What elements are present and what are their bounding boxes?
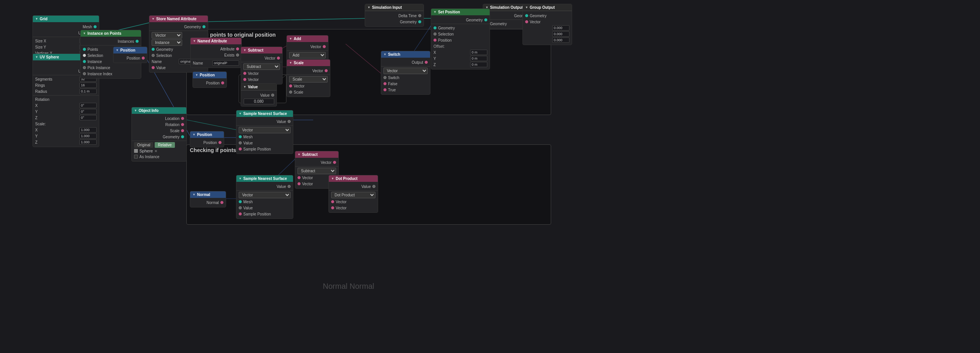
sub1-vec1-socket[interactable] xyxy=(243,72,246,75)
sim-input-arrow[interactable]: ▼ xyxy=(367,6,370,9)
group-out-header[interactable]: ▼ Group Output xyxy=(523,4,572,11)
scale-vec-in-socket[interactable] xyxy=(289,84,292,87)
sub2-arrow[interactable]: ▼ xyxy=(298,153,301,156)
value-arrow[interactable]: ▼ xyxy=(243,85,246,89)
pos2-out-socket[interactable] xyxy=(221,81,224,84)
sns2-arrow[interactable]: ▼ xyxy=(239,177,242,180)
group-out-geom-socket[interactable] xyxy=(525,14,528,17)
sub2-header[interactable]: ▼ Subtract xyxy=(295,151,338,158)
dot-value-out-socket[interactable] xyxy=(372,185,375,188)
switch-header[interactable]: ▼ Switch xyxy=(381,51,430,58)
value-header[interactable]: ▼ Value xyxy=(241,84,277,91)
switch-switch-socket[interactable] xyxy=(383,76,387,79)
na-attr-socket[interactable] xyxy=(236,47,239,50)
iop-arrow[interactable]: ▼ xyxy=(83,32,86,35)
group-out-arrow[interactable]: ▼ xyxy=(525,6,528,9)
group-out-v2-input[interactable] xyxy=(552,31,569,37)
dot-arrow[interactable]: ▼ xyxy=(331,177,334,180)
scale-header[interactable]: ▼ Scale xyxy=(287,60,330,66)
set-pos-ox-input[interactable] xyxy=(470,50,487,55)
add-header[interactable]: ▼ Add xyxy=(287,36,328,42)
pos1-header[interactable]: ▼ Position xyxy=(113,47,147,53)
sns2-value-in-socket[interactable] xyxy=(239,206,242,209)
add-dropdown[interactable]: Add xyxy=(289,52,326,58)
scale-vec-out-socket[interactable] xyxy=(325,69,328,72)
sns1-arrow[interactable]: ▼ xyxy=(239,112,242,115)
sna-domain-dropdown[interactable]: Instance xyxy=(152,39,182,46)
uvsphere-sx-input[interactable] xyxy=(79,127,97,133)
set-pos-geom-in-socket[interactable] xyxy=(433,26,437,29)
uvsphere-rz-input[interactable] xyxy=(79,115,97,120)
value-out-socket[interactable] xyxy=(271,94,274,97)
sub2-vec2-socket[interactable] xyxy=(298,182,301,185)
set-pos-geom-out-socket[interactable] xyxy=(484,18,487,21)
iop-instances-socket[interactable] xyxy=(136,40,139,43)
uvsphere-rx-input[interactable] xyxy=(79,103,97,108)
sns1-mesh-socket[interactable] xyxy=(239,135,242,138)
obj-info-relative-btn[interactable]: Relative xyxy=(155,142,175,148)
group-out-vec-socket[interactable] xyxy=(525,20,528,23)
add-arrow[interactable]: ▼ xyxy=(289,37,292,40)
add-vec-out-socket[interactable] xyxy=(323,45,326,48)
set-pos-position-socket[interactable] xyxy=(433,39,437,42)
sns2-samplepos-socket[interactable] xyxy=(239,212,242,215)
pos2-header[interactable]: ▼ Position xyxy=(193,72,226,78)
scale-scale-socket[interactable] xyxy=(289,91,292,94)
pos2-arrow[interactable]: ▼ xyxy=(195,73,198,77)
obj-info-geom-socket[interactable] xyxy=(181,135,184,138)
pos3-arrow[interactable]: ▼ xyxy=(192,133,196,136)
switch-out-socket[interactable] xyxy=(425,61,428,64)
set-pos-selection-socket[interactable] xyxy=(433,32,437,36)
sna-value-socket[interactable] xyxy=(152,66,155,69)
sna-geom-out-socket[interactable] xyxy=(202,25,205,28)
obj-info-as-instance-checkbox[interactable] xyxy=(134,155,138,159)
iop-selection-socket[interactable] xyxy=(83,54,86,57)
sns1-header[interactable]: ▼ Sample Nearest Surface xyxy=(236,110,293,117)
na-name-input[interactable] xyxy=(212,60,239,66)
sub2-vec1-socket[interactable] xyxy=(298,176,301,179)
uvsphere-sz-input[interactable] xyxy=(79,139,97,145)
pos1-arrow[interactable]: ▼ xyxy=(116,49,119,52)
grid-collapse-arrow[interactable]: ▼ xyxy=(35,17,38,21)
uvsphere-rings-input[interactable] xyxy=(79,83,97,88)
sub1-vec-out-socket[interactable] xyxy=(277,57,280,60)
uvsphere-ry-input[interactable] xyxy=(79,109,97,114)
scale-dropdown[interactable]: Scale xyxy=(289,76,328,83)
grid-node-header[interactable]: ▼ Grid xyxy=(33,16,99,22)
obj-info-scale-socket[interactable] xyxy=(181,129,184,132)
instance-on-points-header[interactable]: ▼ Instance on Points xyxy=(81,30,141,37)
pos1-out-socket[interactable] xyxy=(142,57,145,60)
sns2-value-out-socket[interactable] xyxy=(288,185,291,188)
iop-index-socket[interactable] xyxy=(83,72,86,75)
sub1-vec2-socket[interactable] xyxy=(243,78,246,81)
sub1-arrow[interactable]: ▼ xyxy=(243,49,246,52)
uv-sphere-arrow[interactable]: ▼ xyxy=(35,55,38,59)
sna-type-dropdown[interactable]: Vector xyxy=(152,32,182,39)
sub2-dropdown[interactable]: Subtract xyxy=(298,168,336,174)
group-out-v1-input[interactable] xyxy=(552,25,569,31)
set-pos-arrow[interactable]: ▼ xyxy=(433,10,437,14)
sim-input-geom-socket[interactable] xyxy=(418,20,421,23)
switch-type-dropdown[interactable]: Vector xyxy=(383,68,428,74)
normal-out-socket[interactable] xyxy=(220,201,223,204)
sna-geom-in-socket[interactable] xyxy=(152,48,155,51)
uvsphere-sy-input[interactable] xyxy=(79,133,97,139)
na-arrow[interactable]: ▼ xyxy=(193,39,196,43)
iop-instance-socket[interactable] xyxy=(83,60,86,63)
sim-input-delta-socket[interactable] xyxy=(418,14,421,17)
switch-arrow[interactable]: ▼ xyxy=(383,53,387,56)
sub1-dropdown[interactable]: Subtract xyxy=(243,63,280,70)
pos3-header[interactable]: ▼ Position xyxy=(190,131,224,138)
pos3-out-socket[interactable] xyxy=(218,141,222,144)
set-pos-oz-input[interactable] xyxy=(470,62,487,67)
obj-info-header[interactable]: ▼ Object Info xyxy=(132,107,186,114)
sns1-samplepos-socket[interactable] xyxy=(239,147,242,151)
obj-info-rot-socket[interactable] xyxy=(181,123,184,126)
sna-selection-socket[interactable] xyxy=(152,54,155,57)
switch-false-socket[interactable] xyxy=(383,82,387,85)
dot-vec2-socket[interactable] xyxy=(331,206,334,209)
dot-header[interactable]: ▼ Dot Product xyxy=(329,175,378,182)
obj-info-arrow[interactable]: ▼ xyxy=(134,109,137,112)
sns2-header[interactable]: ▼ Sample Nearest Surface xyxy=(236,175,293,182)
dot-dropdown[interactable]: Dot Product xyxy=(331,192,375,198)
